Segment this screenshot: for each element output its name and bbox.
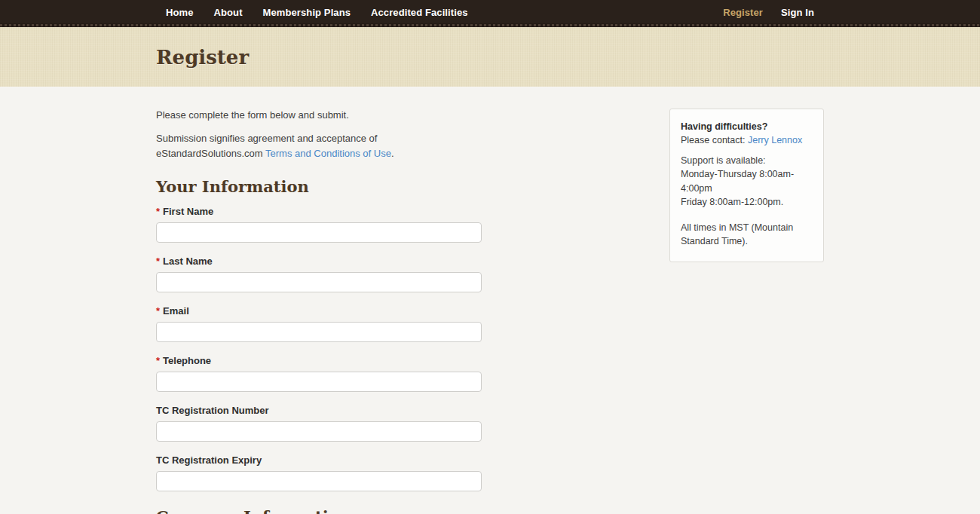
nav-link-home[interactable]: Home — [166, 7, 194, 18]
page: HomeAboutMembership PlansAccredited Faci… — [0, 0, 980, 514]
tc-registration-expiry-input[interactable] — [156, 471, 482, 491]
tc-registration-number-label-text: TC Registration Number — [156, 405, 269, 416]
telephone-label: *Telephone — [156, 355, 482, 366]
section-title-company-information: Company Information — [156, 507, 482, 514]
nav-item-about: About — [214, 5, 243, 19]
nav-item-membership-plans: Membership Plans — [263, 5, 351, 19]
telephone-field: *Telephone — [156, 355, 482, 392]
support-hours-friday: Friday 8:00am-12:00pm. — [681, 195, 813, 209]
nav-right: RegisterSign In — [723, 5, 814, 19]
help-heading: Having difficulties? — [681, 120, 813, 133]
timezone-note: All times in MST (Mountain Standard Time… — [681, 221, 813, 248]
help-box: Having difficulties? Please contact: Jer… — [669, 109, 824, 262]
required-marker: * — [156, 206, 160, 217]
contact-link[interactable]: Jerry Lennox — [748, 135, 802, 145]
nav-link-register[interactable]: Register — [723, 7, 763, 18]
nav-item-register: Register — [723, 5, 763, 19]
intro-line: Please complete the form below and submi… — [156, 108, 482, 123]
contact-label: Please contact: — [681, 135, 748, 145]
tc-registration-expiry-label-text: TC Registration Expiry — [156, 454, 262, 466]
agreement-period: . — [391, 148, 394, 159]
first-name-field: *First Name — [156, 206, 482, 243]
nav-item-home: Home — [166, 5, 194, 19]
form-column: Please complete the form below and submi… — [156, 87, 482, 514]
last-name-label: *Last Name — [156, 255, 482, 267]
first-name-label: *First Name — [156, 206, 482, 217]
main-content: Please complete the form below and submi… — [0, 87, 980, 514]
tc-registration-number-field: TC Registration Number — [156, 405, 482, 442]
terms-link[interactable]: Terms and Conditions of Use — [265, 148, 391, 159]
support-availability-line: Support is available: — [681, 154, 813, 167]
nav-item-sign-in: Sign In — [781, 5, 814, 19]
first-name-input[interactable] — [156, 222, 482, 243]
telephone-label-text: Telephone — [163, 355, 211, 366]
top-nav: HomeAboutMembership PlansAccredited Faci… — [0, 0, 980, 27]
nav-item-accredited-facilities: Accredited Facilities — [371, 5, 468, 19]
agreement-line: Submission signifies agreement and accep… — [156, 131, 482, 161]
tc-registration-number-label: TC Registration Number — [156, 405, 482, 416]
nav-link-about[interactable]: About — [214, 7, 243, 18]
email-input[interactable] — [156, 322, 482, 342]
tc-registration-expiry-label: TC Registration Expiry — [156, 454, 482, 466]
support-hours-weekday: Monday-Thursday 8:00am-4:00pm — [681, 167, 813, 194]
registration-form: Your Information*First Name*Last Name*Em… — [156, 177, 482, 514]
contact-line: Please contact: Jerry Lennox — [681, 133, 813, 147]
email-label-text: Email — [163, 305, 189, 317]
last-name-label-text: Last Name — [163, 255, 213, 267]
required-marker: * — [156, 355, 160, 366]
email-field: *Email — [156, 305, 482, 342]
last-name-input[interactable] — [156, 272, 482, 292]
nav-link-accredited-facilities[interactable]: Accredited Facilities — [371, 7, 468, 18]
first-name-label-text: First Name — [163, 206, 213, 217]
last-name-field: *Last Name — [156, 255, 482, 292]
page-title: Register — [156, 46, 824, 69]
email-label: *Email — [156, 305, 482, 317]
page-banner: Register — [0, 27, 980, 87]
tc-registration-number-input[interactable] — [156, 421, 482, 442]
required-marker: * — [156, 255, 160, 267]
nav-left: HomeAboutMembership PlansAccredited Faci… — [166, 5, 468, 19]
required-marker: * — [156, 305, 160, 317]
section-title-your-information: Your Information — [156, 177, 482, 196]
telephone-input[interactable] — [156, 372, 482, 392]
nav-link-membership-plans[interactable]: Membership Plans — [263, 7, 351, 18]
nav-bar: HomeAboutMembership PlansAccredited Faci… — [166, 0, 814, 23]
nav-link-sign-in[interactable]: Sign In — [781, 7, 814, 18]
tc-registration-expiry-field: TC Registration Expiry — [156, 454, 482, 491]
